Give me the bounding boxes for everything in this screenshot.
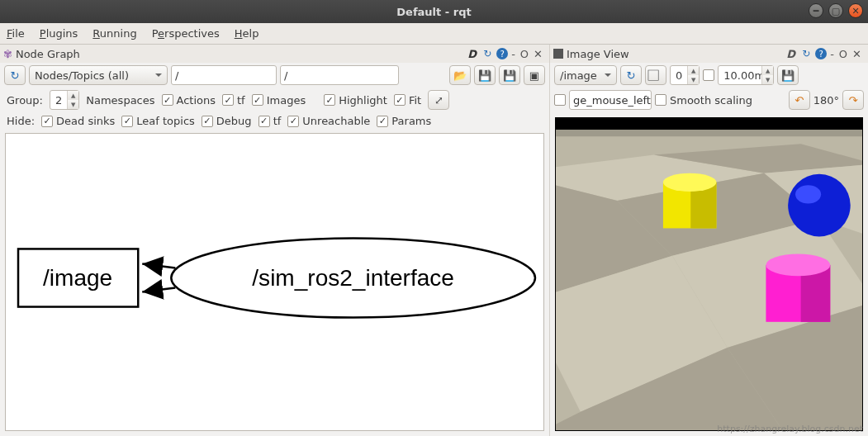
iv-reload-button[interactable]: ↻ bbox=[620, 65, 642, 85]
mouse-topic-input[interactable]: ge_mouse_left bbox=[569, 90, 652, 110]
iv-refresh-icon[interactable]: ↻ bbox=[799, 46, 813, 61]
debug-checkbox[interactable]: Debug bbox=[202, 115, 252, 127]
graph-edge-2 bbox=[142, 288, 175, 292]
tf2-checkbox[interactable]: tf bbox=[259, 115, 282, 127]
deadsinks-checkbox[interactable]: Dead sinks bbox=[41, 115, 115, 127]
group-label: Group: bbox=[7, 94, 43, 107]
window-minimize-button[interactable]: ━ bbox=[809, 3, 823, 18]
iv-hdr-o[interactable]: O bbox=[837, 48, 849, 60]
watermark-text: https://zhangrelay.blog.csdn.net bbox=[717, 424, 863, 434]
hdr-dash[interactable]: - bbox=[510, 48, 517, 60]
mouse-left-checkbox[interactable] bbox=[554, 94, 566, 106]
node-graph-title: Node Graph bbox=[16, 48, 80, 60]
open-folder-button[interactable]: 📂 bbox=[449, 65, 471, 85]
save-button[interactable]: 💾 bbox=[474, 65, 496, 85]
num-spin-value: 0 bbox=[671, 66, 687, 84]
filter-input-1-value: / bbox=[175, 69, 178, 82]
rotate-label: 180° bbox=[813, 94, 839, 107]
params-checkbox[interactable]: Params bbox=[377, 115, 431, 127]
node-graph-toolbar-1: ↻ Nodes/Topics (all) / / 📂 💾 💾 ▣ bbox=[0, 63, 549, 88]
image-view-panel: Image View D ↻ ? - O ✕ /image ↻ ⃞ 0 ▲▼ bbox=[549, 45, 868, 436]
graph-node-label: /sim_ros2_interface bbox=[252, 265, 454, 291]
mouse-topic-value: ge_mouse_left bbox=[573, 94, 651, 107]
reload-button[interactable]: ↻ bbox=[4, 65, 26, 85]
menu-plugins[interactable]: Plugins bbox=[40, 27, 78, 40]
view-mode-value: Nodes/Topics (all) bbox=[35, 69, 129, 82]
fit-checkbox[interactable]: Fit bbox=[394, 94, 421, 107]
window-title: Default - rqt bbox=[396, 6, 471, 18]
group-spin[interactable]: 2 ▲▼ bbox=[50, 90, 79, 110]
tf-checkbox[interactable]: tf bbox=[222, 94, 245, 107]
leaftopics-checkbox[interactable]: Leaf topics bbox=[121, 115, 195, 127]
graph-topic-label: /image bbox=[43, 265, 112, 291]
help-icon[interactable]: ? bbox=[496, 48, 508, 59]
hdr-d-label[interactable]: D bbox=[466, 48, 478, 60]
num-spin[interactable]: 0 ▲▼ bbox=[670, 65, 700, 85]
window-controls: ━ ▢ ✕ bbox=[809, 3, 863, 18]
smooth-scaling-checkbox[interactable]: Smooth scaling bbox=[655, 94, 752, 107]
menu-help[interactable]: Help bbox=[235, 27, 259, 40]
image-view-icon bbox=[553, 49, 563, 59]
hdr-o[interactable]: O bbox=[519, 48, 530, 60]
image-svg bbox=[556, 118, 862, 430]
group-spin-value: 2 bbox=[50, 91, 67, 109]
iv-hdr-d[interactable]: D bbox=[785, 48, 797, 60]
rotate-ccw-button[interactable]: ↶ bbox=[789, 90, 810, 110]
graph-canvas[interactable]: /image /sim_ros2_interface bbox=[5, 133, 544, 431]
images-checkbox[interactable]: Images bbox=[252, 94, 306, 107]
image-view-toolbar-1: /image ↻ ⃞ 0 ▲▼ 10.00m ▲▼ 💾 bbox=[550, 63, 868, 88]
unreachable-checkbox[interactable]: Unreachable bbox=[287, 115, 370, 127]
iv-hdr-close[interactable]: ✕ bbox=[851, 48, 863, 60]
iv-unknown-checkbox[interactable] bbox=[703, 69, 714, 81]
node-graph-header: ✾ Node Graph D ↻ ? - O ✕ bbox=[0, 45, 549, 63]
graph-svg: /image /sim_ros2_interface bbox=[6, 134, 543, 430]
hdr-close[interactable]: ✕ bbox=[532, 48, 544, 60]
filter-input-2[interactable]: / bbox=[280, 65, 399, 85]
svg-point-14 bbox=[795, 185, 821, 203]
view-mode-combo[interactable]: Nodes/Topics (all) bbox=[29, 65, 168, 85]
topic-combo-value: /image bbox=[560, 69, 597, 82]
hide-row: Hide: Dead sinks Leaf topics Debug tf Un… bbox=[0, 112, 549, 130]
zoom-spin[interactable]: 10.00m ▲▼ bbox=[718, 65, 774, 85]
iv-pause-button[interactable]: ⃞ bbox=[645, 65, 666, 85]
screenshot-button[interactable]: ▣ bbox=[524, 65, 545, 85]
hide-label: Hide: bbox=[7, 115, 35, 127]
blue-sphere bbox=[788, 174, 851, 237]
svg-point-13 bbox=[788, 174, 851, 237]
zoom-spin-value: 10.00m bbox=[719, 66, 761, 84]
menu-perspectives[interactable]: Perspectives bbox=[152, 27, 220, 40]
image-top-bar bbox=[556, 118, 862, 130]
iv-hdr-dash[interactable]: - bbox=[828, 48, 836, 60]
node-graph-icon: ✾ bbox=[3, 48, 12, 60]
graph-edge-1 bbox=[142, 263, 175, 268]
menubar: File Plugins Running Perspectives Help bbox=[0, 23, 868, 45]
save-as-button[interactable]: 💾 bbox=[499, 65, 520, 85]
window-titlebar: Default - rqt ━ ▢ ✕ bbox=[0, 0, 868, 23]
topic-combo[interactable]: /image bbox=[554, 65, 617, 85]
node-graph-panel: ✾ Node Graph D ↻ ? - O ✕ ↻ Nodes/Topics … bbox=[0, 45, 549, 436]
svg-point-17 bbox=[766, 254, 830, 277]
spin-down-icon[interactable]: ▼ bbox=[68, 100, 78, 109]
menu-file[interactable]: File bbox=[7, 27, 25, 40]
window-close-button[interactable]: ✕ bbox=[848, 3, 863, 18]
iv-help-icon[interactable]: ? bbox=[815, 48, 827, 59]
group-row: Group: 2 ▲▼ Namespaces Actions tf Images… bbox=[0, 88, 549, 112]
iv-save-button[interactable]: 💾 bbox=[777, 65, 799, 85]
menu-running[interactable]: Running bbox=[92, 27, 136, 40]
namespaces-label: Namespaces bbox=[86, 94, 154, 107]
magenta-cylinder bbox=[766, 254, 830, 322]
svg-point-12 bbox=[663, 173, 716, 192]
image-view-title: Image View bbox=[567, 48, 629, 60]
filter-input-2-value: / bbox=[284, 69, 287, 82]
image-view-toolbar-2: ge_mouse_left Smooth scaling ↶ 180° ↷ bbox=[550, 88, 868, 112]
rotate-cw-button[interactable]: ↷ bbox=[842, 90, 864, 110]
actions-checkbox[interactable]: Actions bbox=[162, 94, 216, 107]
highlight-checkbox[interactable]: Highlight bbox=[324, 94, 387, 107]
refresh-icon[interactable]: ↻ bbox=[480, 46, 495, 61]
filter-input-1[interactable]: / bbox=[171, 65, 277, 85]
image-canvas[interactable] bbox=[555, 117, 863, 431]
window-maximize-button[interactable]: ▢ bbox=[828, 3, 843, 18]
yellow-cylinder bbox=[663, 173, 716, 229]
spin-up-icon[interactable]: ▲ bbox=[68, 91, 78, 100]
fit-view-button[interactable]: ⤢ bbox=[428, 90, 449, 110]
